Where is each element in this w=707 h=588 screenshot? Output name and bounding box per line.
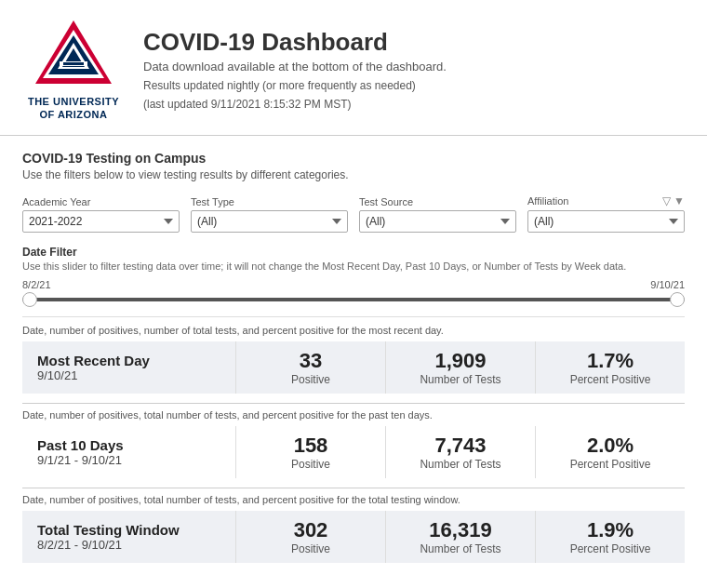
header-updated-line2: (last updated 9/11/2021 8:15:32 PM MST): [143, 98, 447, 111]
past-10-date: 9/1/21 - 9/10/21: [37, 453, 220, 467]
test-source-filter: Test Source (All): [359, 196, 516, 233]
test-type-label: Test Type: [191, 196, 348, 207]
total-testing-positive-value: 302: [251, 518, 370, 542]
section-title: COVID-19 Testing on Campus: [22, 151, 685, 166]
total-testing-row: Total Testing Window 8/2/21 - 9/10/21 30…: [22, 511, 685, 563]
slider-fill: [22, 298, 685, 301]
date-filter-section: Date Filter Use this slider to filter te…: [22, 246, 685, 303]
past-10-tests-value: 7,743: [401, 434, 520, 458]
svg-rect-6: [63, 62, 84, 65]
past-10-percent-col: 2.0% Percent Positive: [536, 426, 685, 478]
academic-year-label: Academic Year: [22, 196, 180, 207]
header-text: COVID-19 Dashboard Data download availab…: [143, 28, 447, 111]
test-source-label: Test Source: [359, 196, 516, 207]
total-testing-tests-col: 16,319 Number of Tests: [386, 511, 536, 563]
slider-start-date: 8/2/21: [22, 279, 51, 290]
logo-area: THE UNIVERSITY OF ARIZONA: [22, 17, 125, 122]
most-recent-percent-col: 1.7% Percent Positive: [536, 341, 685, 394]
total-testing-tests-value: 16,319: [401, 518, 520, 542]
date-filter-desc: Use this slider to filter testing data o…: [22, 261, 685, 272]
past-10-label-col: Past 10 Days 9/1/21 - 9/10/21: [22, 426, 236, 478]
past-10-positive-col: 158 Positive: [236, 426, 386, 478]
filter-icon: ▽ ▼: [662, 194, 685, 207]
main-content: COVID-19 Testing on Campus Use the filte…: [0, 136, 707, 580]
slider-track: [22, 298, 685, 301]
date-filter-title: Date Filter: [22, 246, 685, 259]
slider-end-date: 9/10/21: [650, 279, 685, 290]
past-10-label: Past 10 Days: [37, 437, 220, 453]
past-10-tests-col: 7,743 Number of Tests: [386, 426, 536, 478]
most-recent-desc: Date, number of positives, number of tot…: [22, 325, 685, 336]
header-updated-line1: Results updated nightly (or more frequen…: [143, 79, 447, 92]
most-recent-tests-col: 1,909 Number of Tests: [386, 341, 536, 394]
date-slider[interactable]: [22, 294, 685, 303]
section-desc: Use the filters below to view testing re…: [22, 168, 685, 181]
slider-thumb-right[interactable]: [670, 292, 685, 307]
university-name: THE UNIVERSITY OF ARIZONA: [28, 95, 119, 122]
affiliation-filter: Affiliation ▽ ▼ (All): [527, 194, 685, 233]
most-recent-day-label-col: Most Recent Day 9/10/21: [22, 341, 236, 394]
academic-year-select[interactable]: 2021-2022: [22, 210, 180, 233]
total-testing-positive-label: Positive: [251, 542, 370, 555]
total-testing-desc: Date, number of positives, total number …: [22, 494, 685, 505]
slider-dates: 8/2/21 9/10/21: [22, 279, 685, 290]
affiliation-label: Affiliation: [527, 195, 568, 207]
past-10-percent-value: 2.0%: [551, 434, 670, 458]
past-10-desc: Date, number of positives, total number …: [22, 409, 685, 421]
dashboard-title: COVID-19 Dashboard: [143, 28, 447, 57]
divider-3: [22, 488, 685, 488]
ua-logo: [32, 17, 115, 91]
total-testing-date: 8/2/21 - 9/10/21: [37, 538, 220, 552]
total-testing-percent-label: Percent Positive: [551, 542, 670, 555]
most-recent-day-date: 9/10/21: [37, 368, 220, 382]
divider-2: [22, 403, 685, 404]
past-10-tests-label: Number of Tests: [401, 458, 520, 471]
header: THE UNIVERSITY OF ARIZONA COVID-19 Dashb…: [0, 0, 707, 136]
affiliation-select[interactable]: (All): [527, 210, 685, 233]
most-recent-positive-col: 33 Positive: [236, 341, 386, 394]
total-testing-percent-value: 1.9%: [551, 518, 670, 542]
most-recent-tests-value: 1,909: [401, 349, 520, 373]
most-recent-percent-value: 1.7%: [551, 349, 670, 373]
test-type-select[interactable]: (All): [191, 210, 348, 233]
most-recent-tests-label: Number of Tests: [401, 373, 520, 386]
total-testing-label-col: Total Testing Window 8/2/21 - 9/10/21: [22, 511, 236, 563]
past-10-percent-label: Percent Positive: [551, 458, 670, 471]
most-recent-positive-value: 33: [251, 349, 370, 373]
most-recent-day-label: Most Recent Day: [37, 353, 220, 368]
total-testing-percent-col: 1.9% Percent Positive: [536, 511, 685, 563]
past-10-positive-value: 158: [251, 434, 370, 458]
most-recent-positive-label: Positive: [251, 373, 370, 386]
total-testing-tests-label: Number of Tests: [401, 542, 520, 555]
filters-row: Academic Year 2021-2022 Test Type (All) …: [22, 194, 685, 233]
total-testing-positive-col: 302 Positive: [236, 511, 386, 563]
most-recent-day-row: Most Recent Day 9/10/21 33 Positive 1,90…: [22, 341, 685, 394]
test-type-filter: Test Type (All): [191, 196, 348, 233]
total-testing-label: Total Testing Window: [37, 522, 220, 538]
academic-year-filter: Academic Year 2021-2022: [22, 196, 180, 233]
header-subtitle: Data download available at the bottom of…: [143, 60, 447, 74]
past-10-positive-label: Positive: [251, 458, 370, 471]
past-10-days-row: Past 10 Days 9/1/21 - 9/10/21 158 Positi…: [22, 426, 685, 478]
test-source-select[interactable]: (All): [359, 210, 516, 233]
most-recent-percent-label: Percent Positive: [551, 373, 670, 386]
slider-thumb-left[interactable]: [22, 292, 37, 307]
divider-1: [22, 316, 685, 317]
